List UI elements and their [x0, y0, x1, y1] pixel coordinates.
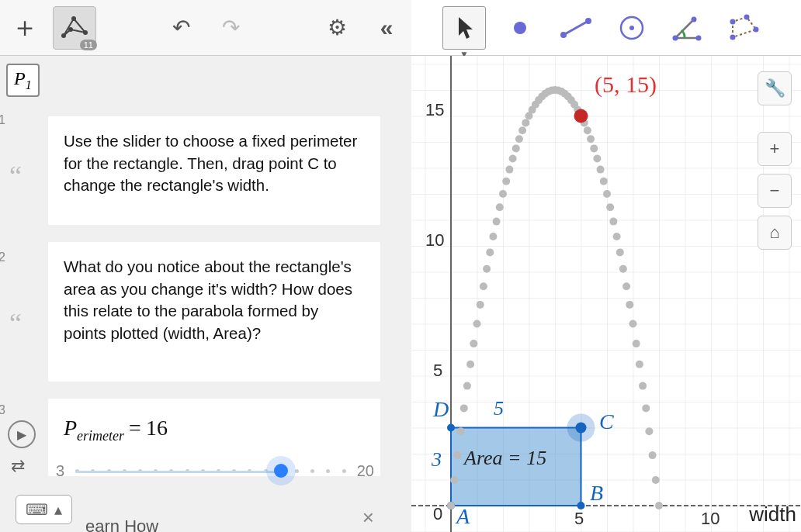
add-item-button[interactable]: ＋ [3, 6, 47, 50]
undo-icon: ↶ [172, 15, 190, 40]
freehand-tool-button[interactable]: 11 [53, 6, 96, 50]
equals: = [124, 416, 146, 440]
svg-point-20 [447, 502, 455, 510]
segment-icon [560, 16, 591, 40]
x-tick-10: 10 [701, 509, 720, 529]
point-icon [508, 16, 532, 40]
keyboard-toggle-button[interactable]: ⌨ ▴ [16, 495, 72, 524]
y-tick-0: 0 [433, 504, 442, 524]
row-number-1: 1 [0, 113, 5, 127]
algebra-toolbar: ＋ 11 ↶ ↷ ⚙ « [0, 0, 411, 56]
home-view-button[interactable]: ⌂ [758, 216, 792, 250]
angle-tool-button[interactable] [666, 6, 709, 50]
svg-point-83 [652, 476, 660, 484]
wrench-icon: 🔧 [765, 78, 785, 98]
text-row-2[interactable]: What do you notice about the rectangle's… [48, 242, 380, 382]
perim-value: 16 [146, 416, 168, 440]
text-row-1[interactable]: Use the slider to choose a fixed perimet… [48, 116, 380, 225]
settings-button[interactable]: ⚙ [315, 6, 359, 50]
highlight-point[interactable] [574, 109, 588, 123]
collapse-panel-button[interactable]: « [365, 6, 408, 50]
perimeter-slider[interactable]: 3 20 [56, 462, 374, 480]
svg-point-80 [642, 404, 650, 412]
redo-icon: ↷ [222, 15, 240, 40]
svg-point-13 [730, 34, 736, 40]
x-axis-title: width [749, 503, 796, 527]
animation-mode-icon[interactable]: ⇄ [11, 456, 25, 476]
segment-tool-button[interactable] [554, 6, 598, 50]
slider-thumbnail[interactable]: P1 [6, 64, 40, 97]
polygon-icon [728, 14, 759, 42]
plus-icon: + [770, 139, 780, 159]
svg-point-70 [609, 218, 617, 226]
svg-point-4 [514, 22, 526, 34]
label-C: C [599, 409, 614, 434]
text-icon-2: “ [9, 307, 22, 340]
svg-point-38 [505, 166, 513, 174]
svg-point-82 [649, 451, 657, 459]
label-B: B [590, 481, 603, 506]
graphics-view[interactable]: (5, 15) 15 10 5 0 5 10 width D C B A 5 3… [411, 56, 801, 532]
rect-width-label: 5 [494, 397, 504, 420]
svg-point-76 [629, 320, 637, 328]
var-sub: 1 [26, 78, 32, 92]
zoom-in-button[interactable]: + [758, 132, 792, 166]
freehand-shape-icon [60, 16, 89, 40]
svg-point-39 [509, 155, 517, 163]
slider-track[interactable] [75, 469, 346, 474]
undo-button[interactable]: ↶ [159, 6, 203, 50]
svg-point-25 [463, 382, 471, 390]
style-button[interactable]: 🔧 [758, 71, 792, 105]
svg-point-30 [480, 282, 487, 290]
svg-point-6 [560, 32, 567, 38]
learn-how-link[interactable]: earn How [85, 516, 158, 532]
svg-point-1 [71, 16, 76, 21]
svg-point-41 [515, 135, 523, 143]
area-label: Area = 15 [464, 447, 546, 470]
tool-count-badge: 11 [80, 40, 97, 50]
svg-point-62 [584, 126, 591, 134]
label-D: D [433, 397, 449, 422]
x-tick-5: 5 [574, 509, 584, 529]
svg-point-34 [493, 218, 501, 226]
svg-point-71 [613, 233, 621, 240]
text-content-1: Use the slider to choose a fixed perimet… [48, 116, 380, 211]
redo-button[interactable]: ↷ [209, 6, 252, 50]
svg-point-63 [587, 135, 595, 143]
delete-row-4[interactable]: × [362, 506, 374, 530]
slider-min: 3 [56, 462, 64, 480]
svg-point-26 [466, 361, 474, 368]
chevron-left-icon: « [380, 15, 394, 41]
svg-point-42 [518, 126, 526, 134]
play-animation-button[interactable]: ▶ [8, 420, 36, 448]
svg-point-24 [460, 404, 468, 412]
point-C[interactable] [576, 423, 587, 434]
svg-point-36 [499, 190, 507, 198]
svg-point-65 [593, 155, 601, 163]
algebra-view: P1 1 “ × Use the slider to choose a fixe… [0, 56, 411, 532]
point-tool-button[interactable] [498, 6, 542, 50]
svg-point-21 [450, 476, 458, 484]
perim-var: P [64, 416, 77, 440]
svg-point-32 [486, 248, 494, 256]
chevron-up-icon: ▴ [54, 500, 62, 519]
graphics-toolbar: ▼ [411, 0, 801, 56]
svg-point-11 [696, 35, 702, 40]
svg-point-72 [616, 248, 624, 256]
pointer-tool-button[interactable]: ▼ [442, 6, 486, 50]
circle-tool-button[interactable] [610, 6, 654, 50]
polygon-tool-button[interactable] [722, 6, 765, 50]
slider-thumb[interactable] [274, 464, 288, 478]
svg-point-7 [585, 18, 591, 24]
svg-point-3 [68, 27, 73, 32]
svg-point-16 [754, 26, 759, 32]
svg-point-78 [636, 361, 643, 368]
perim-sub: erimeter [77, 428, 124, 444]
svg-point-75 [626, 301, 633, 309]
svg-point-79 [639, 382, 647, 390]
svg-point-0 [61, 33, 66, 38]
svg-point-68 [603, 190, 611, 198]
zoom-out-button[interactable]: − [758, 174, 792, 208]
point-D[interactable] [447, 424, 455, 432]
perimeter-equation: Perimeter=16 [48, 399, 380, 460]
